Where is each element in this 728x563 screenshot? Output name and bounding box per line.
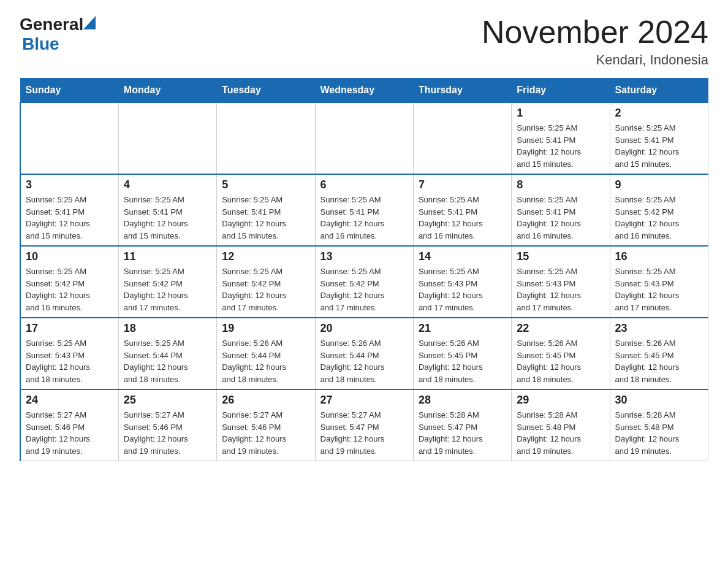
- calendar-week-row: 10Sunrise: 5:25 AM Sunset: 5:42 PM Dayli…: [20, 246, 708, 318]
- day-number: 2: [615, 107, 703, 120]
- calendar-day-cell: [118, 102, 216, 174]
- page-header: General Blue November 2024 Kendari, Indo…: [20, 15, 708, 68]
- day-number: 3: [26, 178, 113, 191]
- calendar-day-cell: 6Sunrise: 5:25 AM Sunset: 5:41 PM Daylig…: [315, 174, 413, 246]
- calendar-week-row: 17Sunrise: 5:25 AM Sunset: 5:43 PM Dayli…: [20, 318, 708, 389]
- day-info: Sunrise: 5:27 AM Sunset: 5:46 PM Dayligh…: [26, 409, 113, 457]
- day-info: Sunrise: 5:28 AM Sunset: 5:48 PM Dayligh…: [517, 409, 604, 457]
- logo-area: General Blue: [20, 15, 96, 54]
- day-number: 29: [517, 394, 604, 407]
- weekday-header-thursday: Thursday: [413, 79, 511, 103]
- day-info: Sunrise: 5:25 AM Sunset: 5:41 PM Dayligh…: [517, 122, 604, 170]
- day-info: Sunrise: 5:28 AM Sunset: 5:47 PM Dayligh…: [419, 409, 506, 457]
- calendar-table: SundayMondayTuesdayWednesdayThursdayFrid…: [20, 78, 708, 461]
- weekday-header-row: SundayMondayTuesdayWednesdayThursdayFrid…: [20, 79, 708, 103]
- calendar-day-cell: 10Sunrise: 5:25 AM Sunset: 5:42 PM Dayli…: [20, 246, 118, 318]
- day-info: Sunrise: 5:25 AM Sunset: 5:43 PM Dayligh…: [615, 266, 703, 313]
- calendar-day-cell: [413, 102, 511, 174]
- calendar-day-cell: 7Sunrise: 5:25 AM Sunset: 5:41 PM Daylig…: [413, 174, 511, 246]
- calendar-day-cell: 1Sunrise: 5:25 AM Sunset: 5:41 PM Daylig…: [512, 102, 610, 174]
- calendar-day-cell: 23Sunrise: 5:26 AM Sunset: 5:45 PM Dayli…: [610, 318, 708, 389]
- day-number: 19: [222, 322, 309, 335]
- logo-arrow-icon: [83, 16, 96, 29]
- day-number: 30: [615, 394, 703, 407]
- calendar-day-cell: 11Sunrise: 5:25 AM Sunset: 5:42 PM Dayli…: [118, 246, 216, 318]
- calendar-day-cell: [20, 102, 118, 174]
- day-number: 25: [124, 394, 211, 407]
- calendar-day-cell: 16Sunrise: 5:25 AM Sunset: 5:43 PM Dayli…: [610, 246, 708, 318]
- day-info: Sunrise: 5:25 AM Sunset: 5:43 PM Dayligh…: [419, 266, 506, 313]
- day-info: Sunrise: 5:25 AM Sunset: 5:42 PM Dayligh…: [320, 266, 408, 313]
- day-number: 9: [615, 178, 703, 191]
- day-number: 7: [419, 178, 506, 191]
- day-info: Sunrise: 5:25 AM Sunset: 5:41 PM Dayligh…: [320, 194, 408, 242]
- weekday-header-tuesday: Tuesday: [217, 79, 315, 103]
- day-info: Sunrise: 5:25 AM Sunset: 5:42 PM Dayligh…: [26, 266, 113, 313]
- day-number: 16: [615, 250, 703, 263]
- logo-blue-text: Blue: [22, 34, 59, 53]
- day-number: 22: [517, 322, 604, 335]
- day-info: Sunrise: 5:25 AM Sunset: 5:44 PM Dayligh…: [124, 337, 211, 385]
- calendar-day-cell: 9Sunrise: 5:25 AM Sunset: 5:42 PM Daylig…: [610, 174, 708, 246]
- weekday-header-friday: Friday: [512, 79, 610, 103]
- calendar-day-cell: 25Sunrise: 5:27 AM Sunset: 5:46 PM Dayli…: [118, 389, 216, 461]
- day-number: 6: [320, 178, 408, 191]
- day-number: 20: [320, 322, 408, 335]
- calendar-day-cell: 14Sunrise: 5:25 AM Sunset: 5:43 PM Dayli…: [413, 246, 511, 318]
- day-number: 15: [517, 250, 604, 263]
- calendar-day-cell: 24Sunrise: 5:27 AM Sunset: 5:46 PM Dayli…: [20, 389, 118, 461]
- calendar-day-cell: 3Sunrise: 5:25 AM Sunset: 5:41 PM Daylig…: [20, 174, 118, 246]
- day-info: Sunrise: 5:27 AM Sunset: 5:47 PM Dayligh…: [320, 409, 408, 457]
- calendar-week-row: 1Sunrise: 5:25 AM Sunset: 5:41 PM Daylig…: [20, 102, 708, 174]
- calendar-day-cell: 30Sunrise: 5:28 AM Sunset: 5:48 PM Dayli…: [610, 389, 708, 461]
- day-info: Sunrise: 5:27 AM Sunset: 5:46 PM Dayligh…: [222, 409, 309, 457]
- day-info: Sunrise: 5:25 AM Sunset: 5:41 PM Dayligh…: [124, 194, 211, 242]
- day-number: 8: [517, 178, 604, 191]
- svg-marker-0: [83, 16, 96, 29]
- calendar-day-cell: 4Sunrise: 5:25 AM Sunset: 5:41 PM Daylig…: [118, 174, 216, 246]
- calendar-day-cell: [217, 102, 315, 174]
- day-number: 18: [124, 322, 211, 335]
- calendar-day-cell: [315, 102, 413, 174]
- day-info: Sunrise: 5:25 AM Sunset: 5:41 PM Dayligh…: [419, 194, 506, 242]
- day-info: Sunrise: 5:27 AM Sunset: 5:46 PM Dayligh…: [124, 409, 211, 457]
- calendar-day-cell: 2Sunrise: 5:25 AM Sunset: 5:41 PM Daylig…: [610, 102, 708, 174]
- calendar-day-cell: 5Sunrise: 5:25 AM Sunset: 5:41 PM Daylig…: [217, 174, 315, 246]
- calendar-day-cell: 18Sunrise: 5:25 AM Sunset: 5:44 PM Dayli…: [118, 318, 216, 389]
- day-info: Sunrise: 5:25 AM Sunset: 5:41 PM Dayligh…: [222, 194, 309, 242]
- title-area: November 2024 Kendari, Indonesia: [482, 15, 708, 68]
- calendar-week-row: 3Sunrise: 5:25 AM Sunset: 5:41 PM Daylig…: [20, 174, 708, 246]
- day-info: Sunrise: 5:25 AM Sunset: 5:43 PM Dayligh…: [26, 337, 113, 385]
- day-info: Sunrise: 5:26 AM Sunset: 5:45 PM Dayligh…: [419, 337, 506, 385]
- calendar-day-cell: 29Sunrise: 5:28 AM Sunset: 5:48 PM Dayli…: [512, 389, 610, 461]
- day-number: 21: [419, 322, 506, 335]
- day-number: 23: [615, 322, 703, 335]
- day-number: 24: [26, 394, 113, 407]
- day-info: Sunrise: 5:25 AM Sunset: 5:43 PM Dayligh…: [517, 266, 604, 313]
- day-info: Sunrise: 5:26 AM Sunset: 5:45 PM Dayligh…: [517, 337, 604, 385]
- calendar-day-cell: 12Sunrise: 5:25 AM Sunset: 5:42 PM Dayli…: [217, 246, 315, 318]
- day-info: Sunrise: 5:25 AM Sunset: 5:42 PM Dayligh…: [124, 266, 211, 313]
- calendar-week-row: 24Sunrise: 5:27 AM Sunset: 5:46 PM Dayli…: [20, 389, 708, 461]
- day-number: 26: [222, 394, 309, 407]
- day-info: Sunrise: 5:25 AM Sunset: 5:41 PM Dayligh…: [517, 194, 604, 242]
- calendar-day-cell: 21Sunrise: 5:26 AM Sunset: 5:45 PM Dayli…: [413, 318, 511, 389]
- day-info: Sunrise: 5:25 AM Sunset: 5:42 PM Dayligh…: [222, 266, 309, 313]
- day-info: Sunrise: 5:26 AM Sunset: 5:44 PM Dayligh…: [320, 337, 408, 385]
- weekday-header-saturday: Saturday: [610, 79, 708, 103]
- calendar-day-cell: 28Sunrise: 5:28 AM Sunset: 5:47 PM Dayli…: [413, 389, 511, 461]
- logo-general-text: General: [20, 15, 83, 34]
- calendar-day-cell: 22Sunrise: 5:26 AM Sunset: 5:45 PM Dayli…: [512, 318, 610, 389]
- day-number: 11: [124, 250, 211, 263]
- day-number: 10: [26, 250, 113, 263]
- day-number: 5: [222, 178, 309, 191]
- weekday-header-sunday: Sunday: [20, 79, 118, 103]
- day-number: 12: [222, 250, 309, 263]
- calendar-day-cell: 19Sunrise: 5:26 AM Sunset: 5:44 PM Dayli…: [217, 318, 315, 389]
- calendar-day-cell: 17Sunrise: 5:25 AM Sunset: 5:43 PM Dayli…: [20, 318, 118, 389]
- month-title: November 2024: [482, 15, 708, 50]
- calendar-day-cell: 27Sunrise: 5:27 AM Sunset: 5:47 PM Dayli…: [315, 389, 413, 461]
- day-number: 14: [419, 250, 506, 263]
- day-info: Sunrise: 5:25 AM Sunset: 5:41 PM Dayligh…: [615, 122, 703, 170]
- location-title: Kendari, Indonesia: [482, 52, 708, 68]
